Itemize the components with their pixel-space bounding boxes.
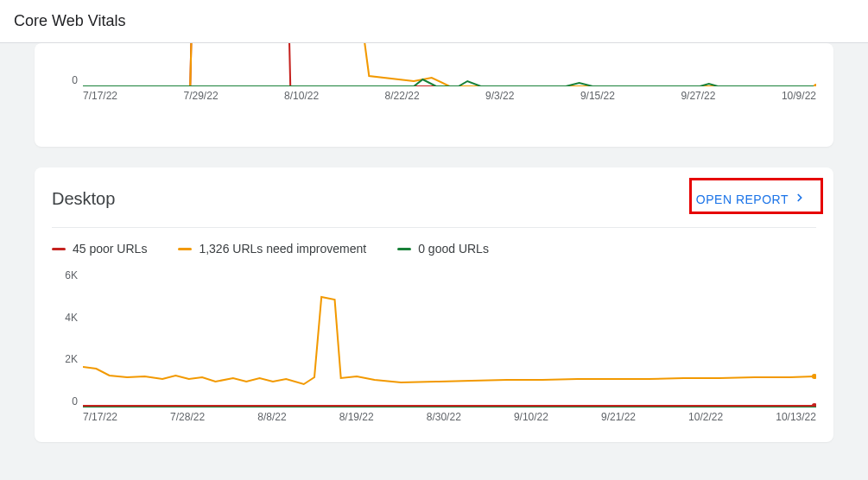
legend: 45 poor URLs 1,326 URLs need improvement… xyxy=(52,228,816,264)
x-tick: 8/10/22 xyxy=(284,90,319,104)
legend-swatch-good xyxy=(397,248,411,250)
x-tick: 9/15/22 xyxy=(580,90,615,104)
x-tick: 7/29/22 xyxy=(184,90,219,104)
x-tick: 10/13/22 xyxy=(776,411,816,425)
chevron-right-icon xyxy=(794,192,806,206)
series-good xyxy=(83,79,816,86)
x-tick: 9/21/22 xyxy=(601,411,636,425)
series-need xyxy=(83,297,814,384)
open-report-label: OPEN REPORT xyxy=(696,193,789,206)
svg-point-4 xyxy=(812,374,816,379)
y-tick: 0 xyxy=(52,74,78,86)
plot-area xyxy=(83,43,816,86)
y-tick: 2K xyxy=(52,353,78,365)
legend-label: 45 poor URLs xyxy=(73,242,147,256)
legend-item-good: 0 good URLs xyxy=(397,242,489,256)
y-tick: 0 xyxy=(52,395,78,407)
legend-swatch-poor xyxy=(52,248,66,250)
svg-point-1 xyxy=(814,84,816,86)
y-tick: 6K xyxy=(52,269,78,281)
legend-label: 1,326 URLs need improvement xyxy=(199,242,366,256)
x-tick: 9/10/22 xyxy=(514,411,548,425)
x-tick: 9/3/22 xyxy=(485,90,514,104)
x-tick: 7/17/22 xyxy=(83,411,117,425)
x-tick: 10/9/22 xyxy=(782,90,816,104)
desktop-card: Desktop OPEN REPORT 45 poor URLs 1,326 U… xyxy=(35,167,833,442)
content: 0 7/17/22 7/29/22 8/10/22 xyxy=(0,43,868,459)
x-tick: 10/2/22 xyxy=(688,411,723,425)
x-tick: 8/19/22 xyxy=(339,411,374,425)
x-axis: 7/17/22 7/28/22 8/8/22 8/19/22 8/30/22 9… xyxy=(83,411,816,425)
x-tick: 8/22/22 xyxy=(385,90,420,104)
y-axis: 0 xyxy=(52,43,78,86)
series-poor xyxy=(83,43,816,86)
page-title: Core Web Vitals xyxy=(14,12,125,29)
legend-label: 0 good URLs xyxy=(418,242,489,256)
plot-area xyxy=(83,269,816,407)
x-tick: 9/27/22 xyxy=(681,90,715,104)
x-tick: 8/8/22 xyxy=(257,411,286,425)
x-tick: 7/17/22 xyxy=(83,90,117,104)
open-report-button[interactable]: OPEN REPORT xyxy=(686,185,816,213)
series-need xyxy=(83,43,816,86)
legend-item-poor: 45 poor URLs xyxy=(52,242,147,256)
y-tick: 4K xyxy=(52,312,78,324)
y-axis: 6K 4K 2K 0 xyxy=(52,269,78,407)
x-axis: 7/17/22 7/29/22 8/10/22 8/22/22 9/3/22 9… xyxy=(83,90,816,104)
legend-swatch-need xyxy=(178,248,192,250)
mobile-chart: 0 7/17/22 7/29/22 8/10/22 xyxy=(52,43,816,104)
page-header: Core Web Vitals xyxy=(0,0,868,43)
x-tick: 8/30/22 xyxy=(427,411,461,425)
x-tick: 7/28/22 xyxy=(170,411,205,425)
card-title: Desktop xyxy=(52,189,115,209)
mobile-card-partial: 0 7/17/22 7/29/22 8/10/22 xyxy=(35,43,833,147)
card-header: Desktop OPEN REPORT xyxy=(52,185,816,228)
legend-item-need: 1,326 URLs need improvement xyxy=(178,242,366,256)
desktop-chart: 6K 4K 2K 0 7 xyxy=(52,269,816,425)
